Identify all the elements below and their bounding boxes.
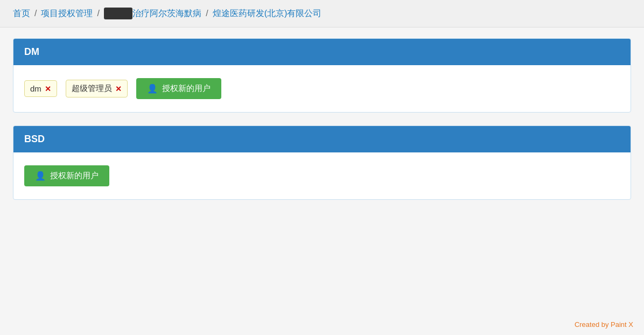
bsd-section-body: 👤 授权新的用户 <box>13 152 631 199</box>
breadcrumb-project-auth[interactable]: 项目授权管理 <box>41 8 93 19</box>
breadcrumb-project-name[interactable]: ████治疗阿尔茨海默病 <box>104 8 201 19</box>
dm-section-header: DM <box>13 39 631 65</box>
breadcrumb-sep-2: / <box>97 9 99 18</box>
bsd-authorize-button-label: 授权新的用户 <box>50 171 99 181</box>
breadcrumb-company[interactable]: 煌途医药研发(北京)有限公司 <box>213 8 322 19</box>
bsd-authorize-button[interactable]: 👤 授权新的用户 <box>24 165 109 186</box>
breadcrumb-redacted-text: ████ <box>104 8 132 19</box>
dm-tag-dm-remove[interactable]: ✕ <box>45 85 51 93</box>
dm-section-body: dm ✕ 超级管理员 ✕ 👤 授权新的用户 <box>13 65 631 112</box>
footer-credit: Created by Paint X <box>575 320 633 329</box>
dm-authorize-button[interactable]: 👤 授权新的用户 <box>136 78 221 99</box>
dm-tag-admin-label: 超级管理员 <box>72 83 112 94</box>
main-content: DM dm ✕ 超级管理员 ✕ 👤 授权新的用户 BSD <box>0 27 644 211</box>
breadcrumb-sep-3: / <box>206 9 208 18</box>
dm-tag-dm-label: dm <box>30 84 41 93</box>
dm-section: DM dm ✕ 超级管理员 ✕ 👤 授权新的用户 <box>13 38 631 113</box>
dm-tag-admin: 超级管理员 ✕ <box>66 80 128 97</box>
dm-tag-admin-remove[interactable]: ✕ <box>115 85 122 93</box>
breadcrumb-home[interactable]: 首页 <box>13 8 30 19</box>
dm-tag-dm: dm ✕ <box>24 80 57 97</box>
dm-authorize-button-label: 授权新的用户 <box>162 83 211 94</box>
dm-section-title: DM <box>24 46 39 57</box>
breadcrumb-sep-1: / <box>34 9 37 18</box>
bsd-section-title: BSD <box>24 134 45 144</box>
dm-authorize-user-icon: 👤 <box>147 83 158 94</box>
bsd-section: BSD 👤 授权新的用户 <box>13 125 631 200</box>
bsd-authorize-user-icon: 👤 <box>35 171 46 181</box>
breadcrumb: 首页 / 项目授权管理 / ████治疗阿尔茨海默病 / 煌途医药研发(北京)有… <box>0 0 644 27</box>
bsd-section-header: BSD <box>13 126 631 152</box>
